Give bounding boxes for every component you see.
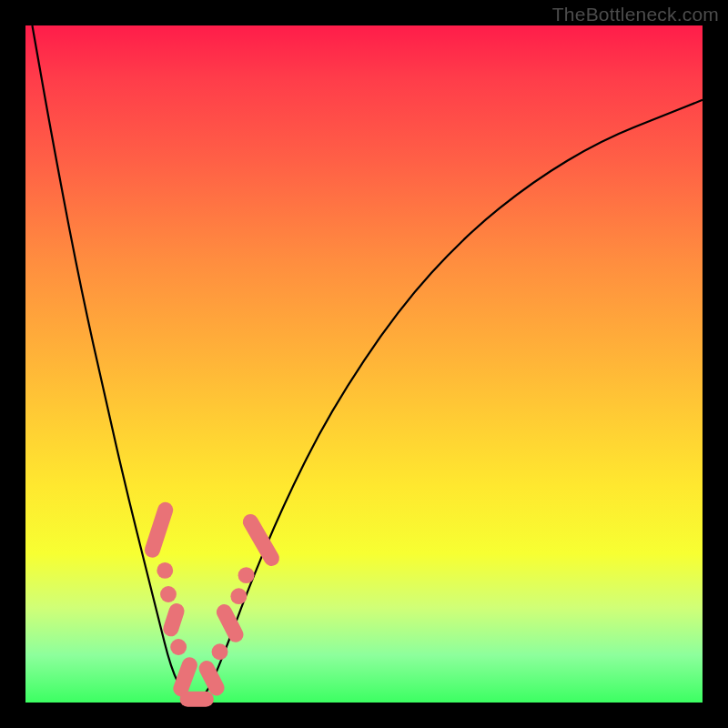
marker-pill <box>143 500 176 560</box>
bottleneck-curve <box>32 25 703 702</box>
marker-dot <box>212 643 228 660</box>
marker-dot <box>230 588 247 604</box>
chart-frame: TheBottleneck.com <box>0 0 728 728</box>
curve-svg <box>25 25 703 703</box>
marker-dot <box>238 567 255 583</box>
marker-pill <box>180 692 214 707</box>
watermark-text: TheBottleneck.com <box>552 4 719 25</box>
marker-dot <box>170 639 187 655</box>
marker-dot <box>160 586 177 602</box>
marker-layer <box>143 500 282 707</box>
marker-dot <box>157 562 173 579</box>
marker-pill <box>161 602 187 639</box>
plot-area <box>25 25 703 703</box>
